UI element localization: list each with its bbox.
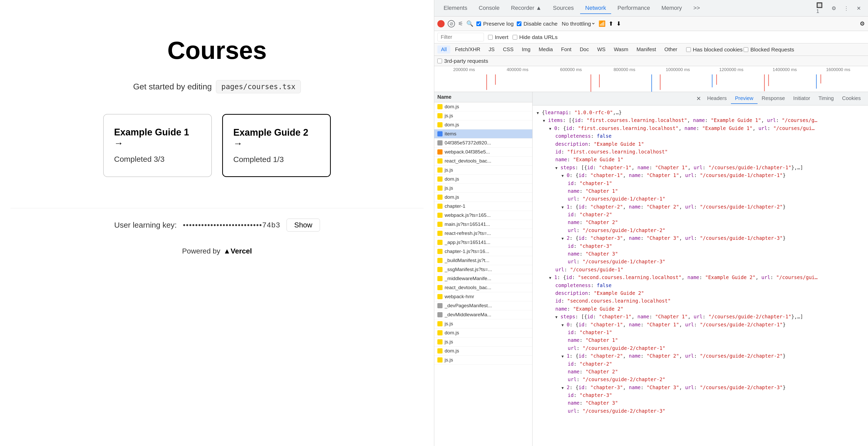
close-icon[interactable]: ✕ <box>854 3 864 13</box>
tab-cookies[interactable]: Cookies <box>838 93 865 104</box>
file-item[interactable]: js.js <box>434 319 532 329</box>
filter-img[interactable]: Img <box>518 45 534 54</box>
tab-network[interactable]: Network <box>580 3 612 14</box>
name-column-header: Name <box>437 94 451 100</box>
filter-media[interactable]: Media <box>535 45 556 54</box>
tab-response[interactable]: Response <box>757 93 789 104</box>
file-item[interactable]: _ssgManifest.js?ts=... <box>434 265 532 274</box>
file-item[interactable]: js.js <box>434 166 532 175</box>
file-item[interactable]: react_devtools_bac... <box>434 283 532 292</box>
file-name: _buildManifest.js?t... <box>444 258 489 263</box>
filter-input[interactable] <box>437 33 484 41</box>
filter-all[interactable]: All <box>437 45 450 54</box>
tab-memory[interactable]: Memory <box>656 3 687 14</box>
json-line: completeness: false <box>537 281 864 289</box>
file-item[interactable]: chapter-1 <box>434 202 532 211</box>
preview-close-button[interactable]: ✕ <box>696 95 701 102</box>
file-icon <box>437 204 442 209</box>
file-item[interactable]: dom.js <box>434 329 532 338</box>
file-name: dom.js <box>444 330 459 336</box>
tab-sources[interactable]: Sources <box>548 3 579 14</box>
filter-ws[interactable]: WS <box>594 45 609 54</box>
file-icon <box>437 113 442 118</box>
file-icon <box>437 149 442 155</box>
marker-2: 400000 ms <box>491 67 545 72</box>
filter-manifest[interactable]: Manifest <box>633 45 660 54</box>
search-icon[interactable]: 🔍 <box>466 21 473 27</box>
file-item[interactable]: _app.js?ts=165141... <box>434 238 532 247</box>
file-item[interactable]: 04f385e57372d920... <box>434 138 532 147</box>
record-button[interactable] <box>437 20 444 27</box>
hide-data-urls-checkbox[interactable]: Hide data URLs <box>513 34 558 40</box>
filter-icon[interactable]: ⚟ <box>458 21 463 27</box>
file-item[interactable]: webpack-hmr <box>434 292 532 301</box>
invert-checkbox[interactable]: Invert <box>488 34 508 40</box>
more-options-icon[interactable]: ⋮ <box>841 3 851 13</box>
tab-more[interactable]: >> <box>688 3 705 14</box>
tab-preview[interactable]: Preview <box>731 93 757 104</box>
filter-wasm[interactable]: Wasm <box>610 45 632 54</box>
disable-cache-checkbox[interactable]: Disable cache <box>517 21 558 27</box>
file-item[interactable]: dom.js <box>434 175 532 184</box>
clear-button[interactable]: ⊘ <box>448 20 455 27</box>
json-line: ▼ items: [{id: "first.courses.learning.l… <box>537 116 864 124</box>
guide-card-1[interactable]: Example Guide 1 → Completed 3/3 <box>103 114 212 177</box>
file-item[interactable]: dom.js <box>434 193 532 202</box>
guide-card-2[interactable]: Example Guide 2 → Completed 1/3 <box>222 114 331 177</box>
filter-css[interactable]: CSS <box>499 45 517 54</box>
blocked-requests-checkbox[interactable]: Blocked Requests <box>744 46 794 53</box>
file-item[interactable]: chapter-1.js?ts=16... <box>434 247 532 256</box>
learning-key-label: User learning key: <box>114 221 177 230</box>
file-item[interactable]: dom.js <box>434 102 532 111</box>
json-line: id: "chapter-3" <box>537 391 864 399</box>
filter-js[interactable]: JS <box>485 45 498 54</box>
tab-initiator[interactable]: Initiator <box>789 93 814 104</box>
file-item[interactable]: _devPagesManifest... <box>434 301 532 310</box>
json-line: url: "/courses/guide-2/chapter-1" <box>537 344 864 352</box>
file-item[interactable]: webpack.04f385e5... <box>434 147 532 157</box>
tab-recorder[interactable]: Recorder ▲ <box>506 3 547 14</box>
file-item-items[interactable]: items <box>434 130 532 138</box>
file-icon <box>437 131 442 136</box>
file-item[interactable]: react_devtools_bac... <box>434 157 532 166</box>
settings-icon[interactable]: ⚙ <box>829 3 839 13</box>
file-item[interactable]: _devMiddlewareMa... <box>434 310 532 319</box>
file-item[interactable]: webpack.js?ts=165... <box>434 211 532 220</box>
json-line: url: "/courses/guide-1/chapter-2" <box>537 226 864 234</box>
file-item[interactable]: _buildManifest.js?t... <box>434 256 532 265</box>
throttle-select[interactable]: No throttling <box>561 21 595 27</box>
json-line: ▼ 0: {id: "chapter-1", name: "Chapter 1"… <box>537 321 864 329</box>
upload-icon: ⬆ <box>609 21 613 27</box>
json-line: url: "/courses/guide-1/chapter-1" <box>537 195 864 203</box>
tab-console[interactable]: Console <box>473 3 505 14</box>
file-item[interactable]: js.js <box>434 355 532 365</box>
filter-other[interactable]: Other <box>661 45 681 54</box>
guide-1-title: Example Guide 1 → <box>114 127 201 148</box>
file-item[interactable]: js.js <box>434 338 532 346</box>
file-item[interactable]: main.js?ts=165141... <box>434 220 532 229</box>
file-item[interactable]: _middlewareManife... <box>434 274 532 283</box>
filter-fetch-xhr[interactable]: Fetch/XHR <box>451 45 484 54</box>
show-key-button[interactable]: Show <box>286 218 320 232</box>
has-blocked-cookies-checkbox[interactable]: Has blocked cookies <box>686 46 743 53</box>
preserve-log-checkbox[interactable]: Preserve log <box>476 21 514 27</box>
timeline-bars <box>434 74 868 92</box>
timeline-area[interactable]: 200000 ms 400000 ms 600000 ms 800000 ms … <box>434 66 868 92</box>
settings-icon-2[interactable]: ⚙ <box>860 21 865 27</box>
filter-doc[interactable]: Doc <box>576 45 593 54</box>
tab-elements[interactable]: Elements <box>438 3 472 14</box>
json-line: name: "Chapter 2" <box>537 218 864 226</box>
filter-font[interactable]: Font <box>557 45 575 54</box>
file-icon <box>437 303 442 308</box>
tab-performance[interactable]: Performance <box>612 3 655 14</box>
file-item[interactable]: dom.js <box>434 121 532 130</box>
file-item[interactable]: dom.js <box>434 346 532 355</box>
file-item[interactable]: js.js <box>434 111 532 121</box>
json-line: id: "first.courses.learning.localhost" <box>537 148 864 156</box>
webpage-panel: Courses Get started by editing pages/cou… <box>0 0 434 446</box>
tab-timing[interactable]: Timing <box>814 93 838 104</box>
file-item[interactable]: react-refresh.js?ts=... <box>434 229 532 238</box>
tab-headers[interactable]: Headers <box>703 93 731 104</box>
third-party-checkbox[interactable]: 3rd-party requests <box>437 58 488 64</box>
file-item[interactable]: js.js <box>434 184 532 193</box>
